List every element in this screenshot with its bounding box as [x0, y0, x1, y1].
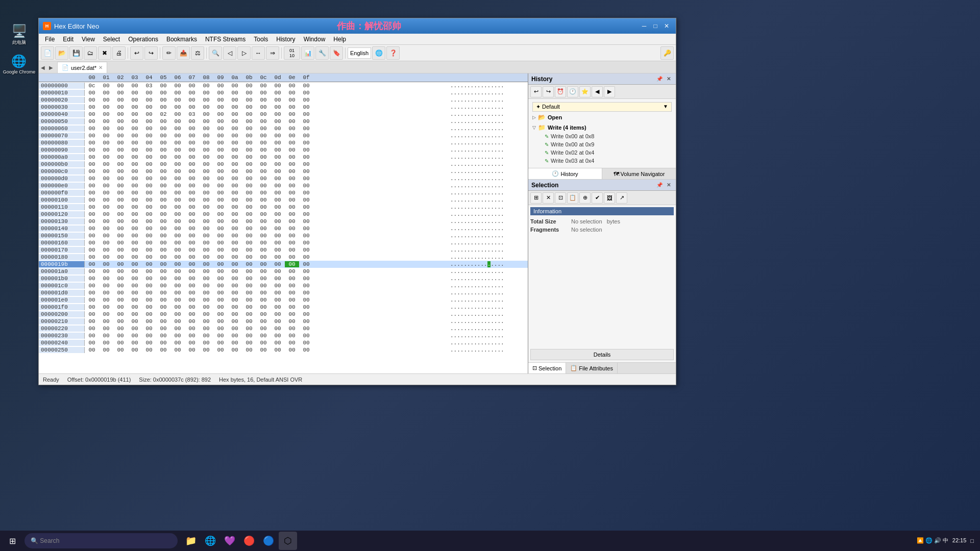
file-tab[interactable]: 📄 user2.dat* ✕ [57, 62, 107, 73]
hex-byte-cell[interactable]: 00 [299, 118, 313, 124]
hex-byte-cell[interactable]: 00 [285, 261, 299, 267]
hex-byte-cell[interactable]: 00 [242, 168, 256, 174]
hex-byte-cell[interactable]: 00 [299, 297, 313, 303]
hex-byte-cell[interactable]: 00 [242, 176, 256, 182]
hex-byte-cell[interactable]: 00 [256, 161, 271, 167]
hex-byte-cell[interactable]: 00 [113, 268, 128, 274]
hex-byte-cell[interactable]: 00 [113, 340, 128, 346]
hex-byte-cell[interactable]: 00 [199, 290, 213, 296]
hex-byte-cell[interactable]: 00 [185, 90, 199, 96]
hex-byte-cell[interactable]: 00 [128, 254, 142, 260]
tb-redo[interactable]: ↪ [144, 46, 158, 60]
hex-byte-cell[interactable]: 00 [242, 190, 256, 196]
hex-byte-cell[interactable]: 00 [113, 218, 128, 224]
hex-byte-cell[interactable]: 00 [299, 340, 313, 346]
hex-byte-cell[interactable]: 00 [85, 190, 99, 196]
menu-operations[interactable]: Operations [124, 35, 162, 44]
hex-byte-cell[interactable]: 00 [185, 247, 199, 253]
hex-byte-cell[interactable]: 00 [185, 97, 199, 103]
hex-byte-cell[interactable]: 00 [299, 147, 313, 153]
hex-byte-cell[interactable]: 00 [199, 318, 213, 324]
hex-byte-cell[interactable]: 00 [142, 204, 156, 210]
hex-byte-cell[interactable]: 00 [113, 111, 128, 117]
hex-byte-cell[interactable]: 00 [213, 111, 228, 117]
hex-byte-cell[interactable]: 00 [113, 297, 128, 303]
hex-byte-cell[interactable]: 00 [285, 190, 299, 196]
hex-byte-cell[interactable]: 00 [199, 297, 213, 303]
hex-byte-cell[interactable]: 00 [199, 133, 213, 139]
hex-byte-cell[interactable]: 00 [85, 211, 99, 217]
hex-byte-cell[interactable]: 00 [271, 261, 285, 267]
hex-byte-cell[interactable]: 00 [199, 311, 213, 317]
hex-byte-cell[interactable]: 00 [299, 154, 313, 160]
hex-byte-cell[interactable]: 00 [99, 290, 113, 296]
menu-tools[interactable]: Tools [250, 35, 272, 44]
hex-byte-cell[interactable]: 00 [142, 147, 156, 153]
hex-byte-cell[interactable]: 00 [128, 126, 142, 132]
hex-byte-cell[interactable]: 00 [213, 168, 228, 174]
table-row[interactable]: 000001b000000000000000000000000000000000… [39, 275, 528, 282]
hex-byte-cell[interactable]: 00 [299, 311, 313, 317]
hex-byte-cell[interactable]: 00 [271, 318, 285, 324]
hex-byte-cell[interactable]: 00 [285, 297, 299, 303]
table-row[interactable]: 0000022000000000000000000000000000000000… [39, 325, 528, 332]
hex-byte-cell[interactable]: 00 [242, 297, 256, 303]
taskbar-blue-app[interactable]: 🔵 [259, 532, 278, 550]
hex-byte-cell[interactable]: 00 [285, 133, 299, 139]
hex-byte-cell[interactable]: 00 [271, 268, 285, 274]
hex-byte-cell[interactable]: 00 [242, 290, 256, 296]
hex-byte-cell[interactable]: 00 [85, 247, 99, 253]
hex-byte-cell[interactable]: 00 [228, 347, 242, 353]
hex-byte-cell[interactable]: 00 [142, 290, 156, 296]
hex-byte-cell[interactable]: 00 [228, 333, 242, 339]
hex-byte-cell[interactable]: 00 [85, 111, 99, 117]
hex-byte-cell[interactable]: 00 [170, 240, 185, 246]
hex-byte-cell[interactable]: 00 [256, 261, 271, 267]
hex-byte-cell[interactable]: 00 [185, 168, 199, 174]
hex-byte-cell[interactable]: 00 [299, 90, 313, 96]
taskbar-chrome[interactable]: 🌐 [201, 532, 219, 550]
tb-open[interactable]: 📂 [55, 46, 68, 60]
hex-byte-cell[interactable]: 00 [199, 247, 213, 253]
hex-byte-cell[interactable]: 00 [242, 204, 256, 210]
table-row[interactable]: 0000004000000000000200030000000000000000… [39, 111, 528, 118]
hex-byte-cell[interactable]: 00 [213, 304, 228, 310]
hex-byte-cell[interactable]: 00 [199, 97, 213, 103]
hex-byte-cell[interactable]: 00 [156, 276, 170, 282]
hex-byte-cell[interactable]: 00 [213, 197, 228, 203]
hex-byte-cell[interactable]: 00 [99, 240, 113, 246]
hex-byte-cell[interactable]: 00 [271, 97, 285, 103]
hex-byte-cell[interactable]: 00 [156, 176, 170, 182]
hex-byte-cell[interactable]: 00 [228, 133, 242, 139]
taskbar-hex-editor[interactable]: ⬡ [279, 532, 297, 550]
hex-byte-cell[interactable]: 00 [256, 247, 271, 253]
menu-ntfs-streams[interactable]: NTFS Streams [201, 35, 250, 44]
hex-byte-cell[interactable]: 00 [228, 126, 242, 132]
hex-byte-cell[interactable]: 00 [156, 218, 170, 224]
hex-byte-cell[interactable]: 00 [170, 311, 185, 317]
hex-byte-cell[interactable]: 00 [271, 168, 285, 174]
table-row[interactable]: 000000f000000000000000000000000000000000… [39, 189, 528, 196]
hex-byte-cell[interactable]: 00 [285, 126, 299, 132]
table-row[interactable]: 0000001000000000000000000000000000000000… [39, 89, 528, 96]
hex-byte-cell[interactable]: 00 [285, 283, 299, 289]
hex-byte-cell[interactable]: 00 [199, 190, 213, 196]
hex-byte-cell[interactable]: 00 [142, 276, 156, 282]
hex-byte-cell[interactable]: 00 [142, 340, 156, 346]
hex-byte-cell[interactable]: 00 [85, 183, 99, 189]
hex-byte-cell[interactable]: 00 [256, 197, 271, 203]
hist-time1[interactable]: ⏰ [555, 86, 566, 97]
hex-byte-cell[interactable]: 00 [213, 118, 228, 124]
hist-time2[interactable]: 🕐 [567, 86, 578, 97]
hex-byte-cell[interactable]: 00 [271, 347, 285, 353]
tb-edit[interactable]: ✏ [162, 46, 176, 60]
table-row[interactable]: 0000012000000000000000000000000000000000… [39, 211, 528, 218]
hex-byte-cell[interactable]: 00 [156, 97, 170, 103]
hex-byte-cell[interactable]: 00 [185, 161, 199, 167]
hex-byte-cell[interactable]: 00 [285, 325, 299, 332]
hex-byte-cell[interactable]: 00 [185, 347, 199, 353]
hex-byte-cell[interactable]: 00 [242, 211, 256, 217]
hex-byte-cell[interactable]: 00 [299, 104, 313, 110]
hex-byte-cell[interactable]: 00 [285, 304, 299, 310]
hex-byte-cell[interactable]: 00 [285, 233, 299, 239]
